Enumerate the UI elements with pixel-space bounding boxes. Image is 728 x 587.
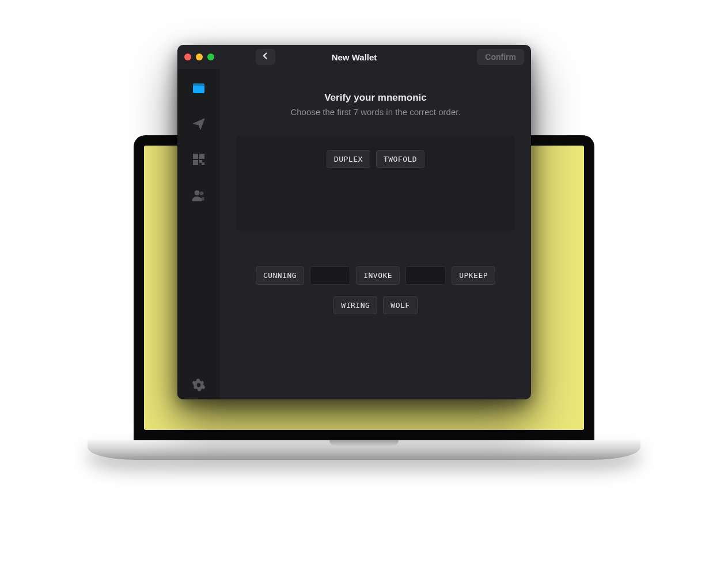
svg-rect-5	[200, 161, 202, 162]
svg-point-8	[200, 192, 203, 195]
selected-word[interactable]: DUPLEX	[327, 150, 370, 168]
contacts-icon	[192, 188, 206, 204]
pool-empty-slot[interactable]	[310, 266, 350, 285]
selected-words-area: DUPLEX TWOFOLD	[236, 136, 515, 231]
svg-rect-3	[200, 154, 204, 158]
confirm-button[interactable]: Confirm	[477, 49, 524, 65]
sidebar-item-qr[interactable]	[191, 153, 206, 168]
svg-rect-4	[194, 161, 198, 165]
selected-word[interactable]: TWOFOLD	[376, 150, 424, 168]
qr-icon	[192, 153, 206, 169]
sidebar-item-contacts[interactable]	[191, 189, 206, 204]
svg-rect-1	[193, 83, 204, 86]
pool-empty-slot[interactable]	[405, 266, 446, 285]
pool-word[interactable]: UPKEEP	[452, 266, 495, 285]
traffic-lights	[184, 54, 214, 60]
maximize-window-button[interactable]	[207, 54, 214, 60]
svg-rect-6	[202, 163, 204, 165]
pool-word[interactable]: CUNNING	[256, 266, 304, 285]
verify-subheading: Choose the first 7 words in the correct …	[236, 107, 515, 117]
close-window-button[interactable]	[184, 54, 191, 60]
app-window: New Wallet Confirm	[177, 45, 531, 399]
pool-word[interactable]: WOLF	[383, 296, 417, 314]
sidebar-item-send[interactable]	[191, 117, 206, 132]
window-titlebar: New Wallet Confirm	[177, 45, 531, 69]
pool-word[interactable]: INVOKE	[356, 266, 400, 285]
word-pool: CUNNING INVOKE UPKEEP WIRING WOLF	[236, 266, 515, 314]
sidebar-item-wallet[interactable]	[191, 82, 206, 97]
wallet-icon	[192, 81, 206, 97]
page-title: New Wallet	[332, 52, 377, 62]
gear-icon	[192, 378, 206, 394]
sidebar-item-settings[interactable]	[191, 384, 206, 399]
main-content: Verify your mnemonic Choose the first 7 …	[220, 69, 531, 399]
svg-rect-2	[194, 154, 198, 158]
back-button[interactable]	[256, 49, 275, 65]
svg-point-7	[195, 190, 199, 195]
verify-heading: Verify your mnemonic	[236, 92, 515, 104]
chevron-left-icon	[263, 52, 268, 62]
laptop-notch	[329, 440, 399, 446]
laptop-base	[88, 440, 640, 460]
pool-word[interactable]: WIRING	[333, 296, 377, 314]
sidebar	[177, 69, 220, 399]
send-icon	[192, 117, 206, 133]
minimize-window-button[interactable]	[196, 54, 203, 60]
app-body: Verify your mnemonic Choose the first 7 …	[177, 69, 531, 399]
